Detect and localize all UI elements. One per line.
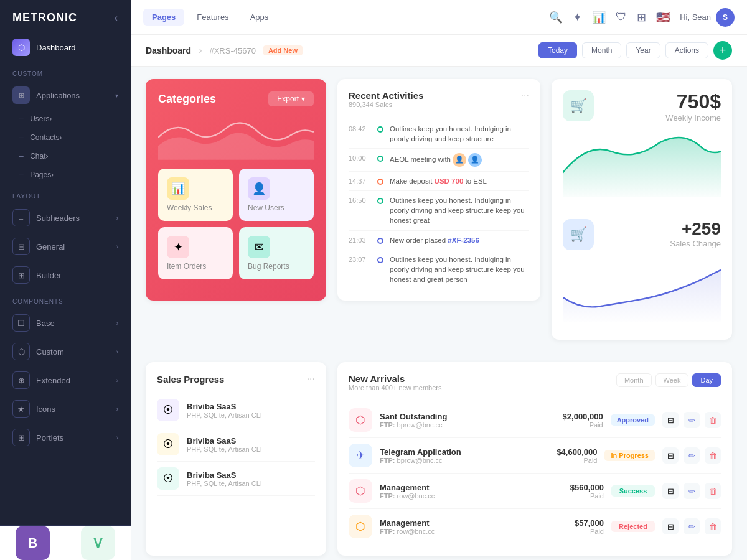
- base-arrow-icon: ›: [116, 320, 118, 327]
- chat-dash-icon: −: [19, 151, 24, 161]
- sidebar-item-builder[interactable]: ⊞ Builder: [0, 261, 131, 289]
- contacts-label: Contacts: [30, 133, 59, 142]
- income-chart-svg: [563, 126, 721, 201]
- sidebar-item-extended[interactable]: ⊕ Extended ›: [0, 366, 131, 394]
- weekly-sales-label: Weekly Sales: [167, 203, 212, 212]
- sidebar-item-subheaders[interactable]: ≡ Subheaders ›: [0, 203, 131, 232]
- wave-svg: [158, 113, 314, 162]
- sidebar-sub-chat[interactable]: − Chat ›: [0, 147, 131, 166]
- grid-icon[interactable]: ⊞: [637, 11, 646, 24]
- sidebar-item-custom[interactable]: ⬡ Custom ›: [0, 337, 131, 366]
- na-month-btn[interactable]: Month: [616, 373, 652, 387]
- nav-link-apps[interactable]: Apps: [242, 9, 278, 26]
- sub-card-new-users[interactable]: 👤 New Users: [239, 169, 314, 221]
- activities-more-icon[interactable]: ···: [521, 90, 529, 101]
- network-icon[interactable]: ✦: [573, 11, 582, 24]
- sidebar-section-layout: LAYOUT: [0, 184, 131, 203]
- new-users-icon: 👤: [248, 177, 270, 200]
- na-ftp-1: FTP: bprow@bnc.cc: [380, 457, 461, 464]
- activities-subtitle: 890,344 Sales: [349, 101, 423, 108]
- na-edit-btn-2[interactable]: ✏: [684, 483, 700, 499]
- users-dash-icon: −: [19, 114, 24, 124]
- add-btn[interactable]: +: [713, 41, 732, 60]
- nav-link-pages[interactable]: Pages: [143, 9, 184, 26]
- base-label: Base: [36, 319, 55, 328]
- shield-icon[interactable]: 🛡: [616, 11, 627, 24]
- na-copy-btn-2[interactable]: ⊟: [662, 483, 679, 499]
- sidebar-sub-contacts[interactable]: − Contacts ›: [0, 128, 131, 147]
- period-month-btn[interactable]: Month: [582, 42, 621, 58]
- portlets-label: Portlets: [36, 433, 63, 442]
- subheaders-icon: ≡: [12, 209, 30, 226]
- na-week-btn[interactable]: Week: [655, 373, 689, 387]
- na-row-0: ⬡ Sant Outstanding FTP: bprow@bnc.cc $2,…: [349, 403, 721, 438]
- actions-btn[interactable]: Actions: [665, 42, 708, 58]
- sidebar-item-portlets[interactable]: ⊞ Portlets ›: [0, 423, 131, 452]
- na-edit-btn-3[interactable]: ✏: [684, 518, 700, 534]
- activity-dot-2: [377, 179, 383, 185]
- sp-name-1: Briviba SaaS: [187, 436, 262, 446]
- applications-label: Applications: [36, 91, 80, 100]
- na-row-1: ✈ Telegram Application FTP: bprow@bnc.cc…: [349, 438, 721, 474]
- add-new-badge[interactable]: Add New: [263, 45, 303, 55]
- na-icon-0: ⬡: [349, 408, 372, 432]
- na-copy-btn-1[interactable]: ⊟: [662, 447, 679, 464]
- sp-more-icon[interactable]: ···: [307, 373, 315, 385]
- sales-top-row: 🛒 +259 Sales Change: [563, 219, 721, 250]
- activity-item-0: 08:42 Outlines keep you honest. Indulgin…: [349, 119, 529, 149]
- sidebar-sub-users[interactable]: − Users ›: [0, 110, 131, 128]
- na-row-2: ⬡ Management FTP: row@bnc.cc $560,000 Pa…: [349, 474, 721, 509]
- categories-card: Categories Export ▾ 📊: [146, 79, 326, 301]
- na-delete-btn-0[interactable]: 🗑: [705, 412, 721, 428]
- na-edit-btn-1[interactable]: ✏: [684, 447, 700, 464]
- na-day-btn[interactable]: Day: [692, 373, 721, 387]
- na-delete-btn-2[interactable]: 🗑: [705, 483, 721, 499]
- search-icon[interactable]: 🔍: [549, 11, 563, 24]
- sp-info-1: Briviba SaaS PHP, SQLite, Artisan CLI: [187, 436, 262, 453]
- framework-vue[interactable]: V: [65, 526, 131, 560]
- na-copy-btn-0[interactable]: ⊟: [662, 412, 679, 428]
- sidebar-collapse-icon[interactable]: ‹: [115, 12, 118, 24]
- na-title: New Arrivals: [349, 373, 442, 384]
- builder-label: Builder: [36, 271, 61, 280]
- framework-bootstrap[interactable]: B: [0, 526, 65, 560]
- sub-card-item-orders[interactable]: ✦ Item Orders: [158, 227, 233, 279]
- sidebar-section-custom: CUSTOM: [0, 62, 131, 81]
- sub-card-weekly-sales[interactable]: 📊 Weekly Sales: [158, 169, 233, 221]
- activity-dot-0: [377, 126, 383, 133]
- na-delete-btn-3[interactable]: 🗑: [705, 518, 721, 534]
- na-badge-2: Success: [611, 485, 655, 497]
- sp-info-2: Briviba SaaS PHP, SQLite, Artisan CLI: [187, 470, 262, 487]
- nav-link-features[interactable]: Features: [188, 9, 237, 26]
- sidebar-item-applications[interactable]: ⊞ Applications ▾: [0, 81, 131, 110]
- na-name-2: Management: [380, 483, 435, 492]
- item-orders-icon: ✦: [167, 236, 189, 258]
- sidebar-item-general[interactable]: ⊟ General ›: [0, 232, 131, 261]
- sales-icon: 🛒: [563, 219, 594, 250]
- na-badge-3: Rejected: [611, 521, 655, 532]
- period-today-btn[interactable]: Today: [538, 42, 577, 58]
- vue-logo: V: [81, 526, 115, 560]
- period-year-btn[interactable]: Year: [626, 42, 660, 58]
- contacts-arrow-icon: ›: [60, 133, 62, 142]
- applications-arrow-icon: ▾: [115, 92, 118, 99]
- na-period-btns: Month Week Day: [616, 373, 721, 387]
- meeting-avatars: 👤 👤: [453, 153, 482, 167]
- chart-icon[interactable]: 📊: [592, 11, 606, 24]
- base-icon: ☐: [12, 314, 30, 332]
- sidebar-sub-pages[interactable]: − Pages ›: [0, 166, 131, 184]
- activities-header-left: Recent Activities 890,344 Sales: [349, 90, 423, 117]
- sidebar-item-icons[interactable]: ★ Icons ›: [0, 394, 131, 423]
- flag-icon[interactable]: 🇺🇸: [656, 11, 670, 24]
- na-amount-2: $560,000 Paid: [570, 483, 604, 500]
- sidebar-item-base[interactable]: ☐ Base ›: [0, 309, 131, 337]
- custom-icon: ⬡: [12, 343, 30, 360]
- na-copy-btn-3[interactable]: ⊟: [662, 518, 679, 534]
- na-edit-btn-0[interactable]: ✏: [684, 412, 700, 428]
- user-avatar[interactable]: S: [716, 8, 735, 27]
- sidebar-item-dashboard[interactable]: ⬡ Dashboard: [0, 33, 131, 62]
- na-delete-btn-1[interactable]: 🗑: [705, 447, 721, 464]
- na-paid-2: Paid: [570, 492, 604, 500]
- export-btn[interactable]: Export ▾: [268, 91, 314, 106]
- sub-card-bug-reports[interactable]: ✉ Bug Reports: [239, 227, 314, 279]
